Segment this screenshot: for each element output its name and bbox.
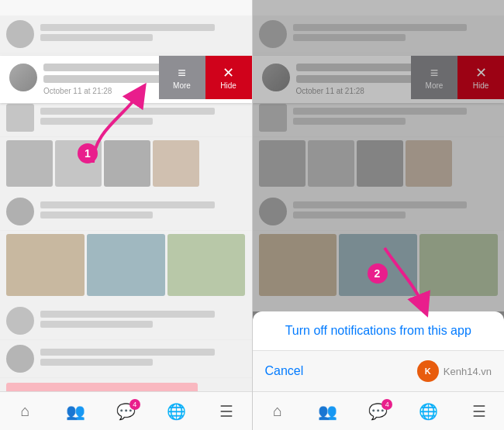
action-sheet: Turn off notifications from this app Can…	[253, 311, 505, 391]
tab-globe[interactable]: 🌐	[410, 396, 447, 427]
source-badge: K Kenh14.vn	[417, 360, 492, 382]
tab-home[interactable]: ⌂	[259, 396, 296, 427]
text-line	[40, 349, 215, 356]
thumbnail	[104, 140, 150, 187]
left-background-content: October 11 at 21:28 ≡ More ✕ Hide	[0, 15, 252, 391]
text-line	[40, 108, 215, 115]
notif-line2	[43, 75, 163, 83]
messenger-badge-container: 💬 4	[368, 402, 388, 421]
thumbnail	[6, 140, 53, 187]
right-tab-bar: ⌂ 👥 💬 4 🌐 ☰	[253, 391, 505, 430]
text-line	[40, 311, 215, 318]
text-line	[40, 201, 215, 208]
source-avatar: K	[417, 360, 439, 382]
home-icon: ⌂	[273, 402, 282, 420]
thumbnail	[167, 234, 246, 296]
home-icon: ⌂	[20, 402, 29, 420]
list-item	[0, 340, 252, 378]
more-icon: ≡	[178, 66, 186, 80]
tab-messenger[interactable]: 💬 4	[360, 396, 397, 427]
text-line	[40, 321, 153, 328]
avatar	[6, 198, 34, 225]
list-item	[0, 99, 252, 137]
left-status-bar	[0, 0, 252, 15]
notif-avatar	[9, 64, 37, 91]
list-item	[0, 15, 252, 53]
action-sheet-cancel-row: Cancel K Kenh14.vn	[253, 351, 505, 391]
thumbnail	[87, 234, 165, 296]
content-below	[0, 99, 252, 401]
thumbnail	[6, 234, 85, 296]
text-line	[40, 24, 215, 31]
text-block	[40, 24, 246, 44]
tab-home[interactable]: ⌂	[6, 396, 43, 427]
friends-icon: 👥	[66, 402, 85, 421]
left-phone-panel: October 11 at 21:28 ≡ More ✕ Hide	[0, 0, 252, 430]
thumbnail	[55, 140, 102, 187]
turn-off-notifications-button[interactable]: Turn off notifications from this app	[253, 311, 505, 351]
tab-friends[interactable]: 👥	[309, 396, 347, 427]
globe-icon: 🌐	[167, 402, 186, 421]
text-line	[40, 212, 153, 218]
avatar	[6, 104, 34, 132]
badge-count: 4	[381, 399, 392, 410]
left-tab-bar: ⌂ 👥 💬 4 🌐 ☰	[0, 391, 252, 430]
more-button[interactable]: ≡ More	[159, 56, 205, 99]
hide-icon: ✕	[223, 66, 234, 80]
action-sheet-content: Turn off notifications from this app Can…	[253, 311, 505, 391]
right-phone-panel: October 11 at 21:28 ≡ More ✕ Hide	[253, 0, 505, 430]
text-line	[40, 359, 153, 366]
menu-icon: ☰	[219, 402, 233, 421]
more-label: More	[173, 81, 191, 90]
tab-globe[interactable]: 🌐	[157, 396, 195, 427]
avatar	[6, 345, 34, 373]
list-item	[0, 193, 252, 231]
cancel-button[interactable]: Cancel	[265, 364, 304, 378]
text-block	[40, 108, 246, 128]
friends-icon: 👥	[318, 402, 337, 421]
image-grid	[0, 137, 252, 190]
text-block	[40, 349, 246, 369]
avatar-image	[9, 64, 37, 91]
avatar	[6, 307, 34, 335]
messenger-badge-container: 💬 4	[116, 402, 136, 421]
text-block	[40, 311, 246, 331]
globe-icon: 🌐	[419, 402, 438, 421]
avatar	[6, 20, 34, 48]
thumbnail	[153, 140, 199, 187]
swipe-actions[interactable]: ≡ More ✕ Hide	[159, 56, 252, 99]
tab-friends[interactable]: 👥	[57, 396, 94, 427]
hide-label: Hide	[220, 81, 236, 90]
wide-image-row	[0, 231, 252, 299]
tab-menu[interactable]: ☰	[208, 396, 245, 427]
source-name: Kenh14.vn	[444, 366, 492, 377]
text-block	[40, 201, 246, 222]
menu-icon: ☰	[472, 402, 486, 421]
list-item	[0, 302, 252, 340]
text-line	[40, 118, 153, 125]
text-line	[40, 34, 153, 41]
tab-menu[interactable]: ☰	[461, 396, 498, 427]
tab-messenger[interactable]: 💬 4	[107, 396, 144, 427]
badge-count: 4	[129, 399, 140, 410]
hide-button[interactable]: ✕ Hide	[205, 56, 252, 99]
